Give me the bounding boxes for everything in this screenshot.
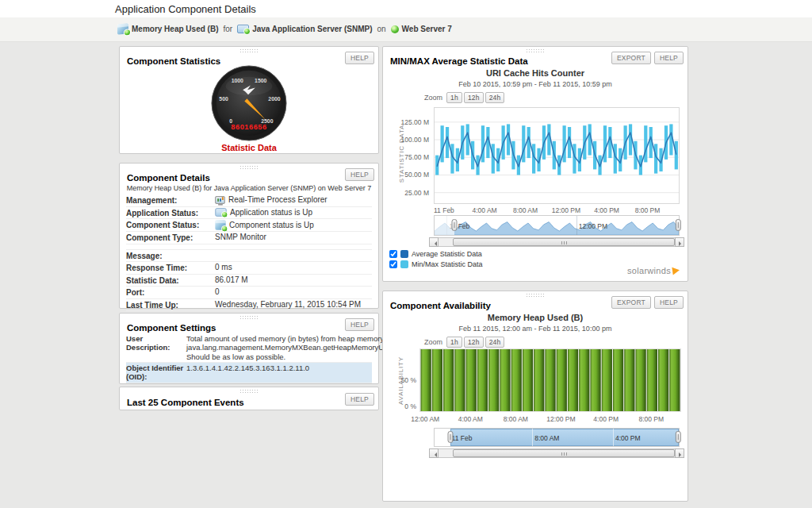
row-value: 0: [215, 287, 372, 297]
availability-scrollbar[interactable]: [429, 448, 684, 458]
minmax-scrollbar[interactable]: [429, 237, 684, 247]
process-explorer-icon: [215, 196, 224, 204]
scroll-left-button[interactable]: [429, 237, 439, 247]
panel-title: Component Settings: [127, 323, 216, 333]
component-up-icon: [215, 220, 225, 229]
zoom-24h-button[interactable]: 24h: [485, 92, 505, 103]
breadcrumb-separator: on: [377, 25, 385, 33]
breadcrumb-application[interactable]: Java Application Server (SNMP): [252, 25, 372, 33]
panel-title: MIN/MAX Average Statistic Data: [390, 56, 528, 66]
help-button[interactable]: HELP: [654, 296, 684, 309]
legend-item[interactable]: Average Statistic Data: [389, 248, 483, 259]
table-row: Component Status:Component status is Up: [126, 218, 372, 231]
zoom-controls: Zoom 1h12h24h: [424, 92, 504, 103]
zoom-1h-button[interactable]: 1h: [446, 92, 462, 103]
scrollbar-track[interactable]: [439, 448, 675, 458]
x-axis-tick-label: 12:00 AM: [411, 415, 439, 423]
help-button[interactable]: HELP: [654, 52, 684, 64]
minmax-chart-plot[interactable]: [434, 107, 680, 204]
availability-navigator[interactable]: 11 Feb8:00 AM4:00 PM: [434, 428, 680, 447]
help-button[interactable]: HELP: [345, 393, 374, 406]
x-axis-tick-label: 8:00 PM: [638, 415, 664, 423]
row-value: Wednesday, February 11, 2015 10:54 PM: [215, 300, 372, 310]
row-value-text: Real-Time Process Explorer: [228, 195, 327, 205]
navigator-gridline: [613, 429, 614, 446]
navigator-label: 8:00 AM: [534, 434, 559, 442]
statistic-gauge: 0500100015002000250086016656: [210, 64, 288, 142]
zoom-controls: Zoom 1h12h24h: [424, 337, 504, 348]
x-axis-tick-label: 4:00 AM: [472, 206, 496, 214]
row-value-text: Component status is Up: [229, 221, 314, 230]
scroll-left-button[interactable]: [429, 448, 439, 458]
y-axis-tick-label: 0 %: [383, 402, 416, 410]
legend-label: Min/Max Statistic Data: [412, 260, 483, 268]
solarwinds-logo-text: solarwinds: [627, 266, 671, 275]
row-label: Component Type:: [126, 233, 215, 243]
row-value-text: Application status is Up: [230, 208, 312, 217]
table-row: Component Type:SNMP Monitor: [126, 231, 372, 244]
scroll-right-button[interactable]: [675, 448, 684, 458]
panel-last-25-component-events: Last 25 Component Events HELP: [119, 387, 379, 410]
table-row: Statistic Data:86.017 M: [126, 274, 372, 287]
zoom-12h-button[interactable]: 12h: [464, 92, 484, 103]
navigator-left-handle[interactable]: [451, 219, 457, 231]
navigator-gridline: [532, 429, 533, 446]
scrollbar-thumb[interactable]: [453, 238, 675, 246]
navigator-right-handle[interactable]: [676, 431, 681, 443]
minmax-navigator[interactable]: 11 Feb12:00 PM: [434, 215, 680, 236]
export-button[interactable]: EXPORT: [611, 52, 651, 64]
panel-component-details: Component Details HELP Memory Heap Used …: [119, 163, 379, 309]
x-axis-tick-label: 8:00 AM: [504, 415, 528, 423]
zoom-24h-button[interactable]: 24h: [485, 337, 505, 348]
breadcrumb-server[interactable]: Web Server 7: [402, 25, 452, 33]
x-axis-tick-label: 12:00 PM: [552, 206, 580, 214]
scrollbar-thumb[interactable]: [453, 449, 675, 457]
chart-subtitle: Feb 11 2015, 12:00 am - Feb 11 2015, 10:…: [383, 325, 688, 333]
scroll-right-button[interactable]: [675, 237, 684, 247]
zoom-12h-button[interactable]: 12h: [464, 337, 484, 348]
x-axis-tick-label: 11 Feb: [434, 206, 454, 214]
legend-checkbox[interactable]: [389, 250, 397, 258]
help-button[interactable]: HELP: [345, 52, 374, 64]
row-label: Port:: [126, 287, 215, 298]
legend-swatch: [400, 250, 408, 258]
navigator-left-handle[interactable]: [448, 431, 454, 443]
legend-checkbox[interactable]: [389, 260, 397, 268]
row-label: Last Time Up:: [126, 300, 215, 310]
navigator-right-handle[interactable]: [676, 219, 681, 231]
help-button[interactable]: HELP: [345, 168, 374, 181]
solarwinds-logo: solarwinds: [627, 266, 680, 275]
panel-component-statistics: Component Statistics HELP 05001000150020…: [119, 46, 379, 154]
breadcrumb-component[interactable]: Memory Heap Used (B): [132, 25, 218, 33]
row-label: User Description:: [126, 334, 186, 352]
row-label: Message:: [126, 251, 215, 261]
legend-item[interactable]: Min/Max Statistic Data: [389, 259, 483, 269]
zoom-label: Zoom: [424, 338, 442, 346]
row-label: Application Status:: [126, 208, 215, 218]
row-value: Real-Time Process Explorer: [215, 195, 372, 205]
chart-title: URI Cache Hits Counter: [383, 68, 688, 78]
zoom-1h-button[interactable]: 1h: [446, 337, 462, 348]
navigator-label: 4:00 PM: [615, 434, 641, 442]
y-axis-tick-label: 50 %: [383, 376, 416, 384]
row-value-text: Wednesday, February 11, 2015 10:54 PM: [215, 300, 361, 310]
row-value: 0 ms: [215, 263, 372, 272]
table-row: Port:0: [126, 286, 372, 298]
scrollbar-track[interactable]: [439, 237, 675, 247]
export-button[interactable]: EXPORT: [611, 296, 651, 309]
x-axis-tick-label: 4:00 AM: [458, 415, 483, 423]
row-label: Statistic Data:: [126, 275, 215, 286]
legend-swatch: [400, 260, 408, 268]
chart-subtitle: Feb 10 2015, 10:59 pm - Feb 11 2015, 10:…: [383, 80, 688, 88]
row-label: Response Time:: [126, 263, 215, 273]
page-title: Application Component Details: [115, 3, 256, 15]
availability-chart-plot[interactable]: [419, 348, 681, 412]
gauge-tick-label: 2000: [268, 96, 280, 102]
navigator-label: 12:00 PM: [579, 222, 607, 230]
zoom-label: Zoom: [424, 94, 442, 102]
navigator-selection: [450, 429, 679, 446]
y-axis-tick-label: 100.00 M: [394, 136, 429, 144]
help-button[interactable]: HELP: [345, 318, 374, 331]
row-label: Management:: [126, 195, 215, 206]
gauge-value: 86016656: [231, 123, 266, 131]
